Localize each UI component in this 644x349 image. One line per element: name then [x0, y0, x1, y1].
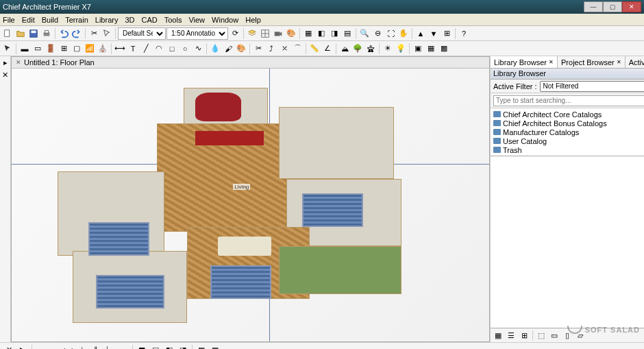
- terrain-icon[interactable]: ⛰: [338, 43, 351, 55]
- text-icon[interactable]: T: [127, 43, 139, 55]
- new-file-icon[interactable]: [1, 27, 14, 40]
- menu-help[interactable]: Help: [245, 16, 261, 24]
- door-icon[interactable]: 🚪: [45, 43, 57, 55]
- menu-terrain[interactable]: Terrain: [65, 16, 88, 24]
- bt-2-icon[interactable]: ▭: [49, 344, 61, 350]
- print-icon[interactable]: [40, 27, 53, 40]
- light-icon[interactable]: 💡: [395, 43, 407, 55]
- canvas-3d-view[interactable]: Living: [12, 69, 489, 341]
- eyedrop-icon[interactable]: 💧: [209, 43, 221, 55]
- tree-node[interactable]: Manufacturer Catalogs: [492, 128, 644, 136]
- pointer-icon[interactable]: [1, 43, 14, 55]
- bt-10-icon[interactable]: ◧: [163, 344, 175, 350]
- default-set-select[interactable]: Default Set: [118, 27, 166, 40]
- extra1-icon[interactable]: ▣: [412, 43, 424, 55]
- material-icon[interactable]: 🎨: [235, 43, 247, 55]
- layers-icon[interactable]: [246, 27, 258, 40]
- preview-front-icon[interactable]: ▭: [548, 329, 560, 341]
- menu-edit[interactable]: Edit: [22, 16, 35, 24]
- floor-down-icon[interactable]: ▼: [428, 27, 440, 40]
- tab-active-layer[interactable]: Active Layer Display Options: [626, 56, 644, 68]
- break-icon[interactable]: ⤫: [278, 43, 290, 55]
- zoom-out-icon[interactable]: ⊖: [371, 27, 384, 40]
- measure-icon[interactable]: 📏: [308, 43, 321, 55]
- preview-list-icon[interactable]: ☰: [505, 329, 517, 341]
- render-icon[interactable]: 🎨: [285, 27, 297, 40]
- bt-12-icon[interactable]: ▦: [195, 344, 208, 350]
- menu-3d[interactable]: 3D: [125, 16, 134, 24]
- paint-icon[interactable]: 🖌: [222, 43, 234, 55]
- zoom-fit-icon[interactable]: ⛶: [384, 27, 397, 40]
- tool-c-icon[interactable]: ◨: [328, 27, 340, 40]
- viewport[interactable]: ✕ Untitled 1: Floor Plan: [11, 56, 490, 342]
- tab-close-icon[interactable]: ✕: [549, 59, 554, 65]
- tab-close-icon[interactable]: ✕: [16, 59, 21, 66]
- bt-11-icon[interactable]: ◨: [177, 344, 189, 350]
- menu-tools[interactable]: Tools: [164, 16, 182, 24]
- menu-view[interactable]: View: [188, 16, 205, 24]
- tab-library-browser[interactable]: Library Browser✕: [491, 56, 558, 68]
- wall2-icon[interactable]: ▭: [32, 43, 44, 55]
- bt-3-icon[interactable]: ⟷: [62, 344, 75, 350]
- save-icon[interactable]: [27, 27, 40, 40]
- bt-1-icon[interactable]: ▬: [35, 344, 47, 350]
- cabinet-icon[interactable]: ▢: [71, 43, 83, 55]
- rail-select-icon[interactable]: ▸: [1, 57, 10, 68]
- cut-icon[interactable]: ✂: [88, 27, 100, 40]
- preview-toggle-icon[interactable]: ▦: [492, 329, 504, 341]
- extend-icon[interactable]: ⤴: [265, 43, 277, 55]
- fillet-icon[interactable]: ⌒: [291, 43, 304, 55]
- redo-icon[interactable]: [71, 27, 83, 40]
- extra3-icon[interactable]: ▩: [438, 43, 450, 55]
- filter-select[interactable]: Not Filtered: [540, 81, 644, 92]
- library-tree[interactable]: Chief Architect Core Catalogs Chief Arch…: [491, 108, 644, 156]
- undo-icon[interactable]: [58, 27, 70, 40]
- zoom-in-icon[interactable]: 🔍: [358, 27, 371, 40]
- menu-window[interactable]: Window: [212, 16, 238, 24]
- menu-library[interactable]: Library: [95, 16, 119, 24]
- annotations-select[interactable]: 1:50 Annotations: [166, 27, 228, 40]
- camera-icon[interactable]: [272, 27, 284, 40]
- roof-icon[interactable]: ⛪: [97, 43, 109, 55]
- bt-delete-icon[interactable]: ✕: [3, 344, 15, 350]
- preview-grid-icon[interactable]: ⊞: [518, 329, 530, 341]
- bt-9-icon[interactable]: ⬓: [149, 344, 162, 350]
- angle-icon[interactable]: ∠: [321, 43, 334, 55]
- trim-icon[interactable]: ✂: [252, 43, 264, 55]
- grid-icon[interactable]: [259, 27, 271, 40]
- bt-7-icon[interactable]: ⫠: [117, 344, 129, 350]
- bt-13-icon[interactable]: ▩: [209, 344, 221, 350]
- preview-3d-icon[interactable]: ⬚: [535, 329, 547, 341]
- spline-icon[interactable]: ∿: [192, 43, 204, 55]
- open-file-icon[interactable]: [14, 27, 27, 40]
- menu-cad[interactable]: CAD: [141, 16, 157, 24]
- help-icon[interactable]: ?: [458, 27, 470, 40]
- search-input[interactable]: [493, 95, 644, 106]
- tool-d-icon[interactable]: ▤: [341, 27, 354, 40]
- tree-node[interactable]: Trash: [492, 145, 644, 154]
- minimize-button[interactable]: —: [584, 1, 603, 12]
- document-tab[interactable]: ✕ Untitled 1: Floor Plan: [12, 57, 489, 69]
- tree-node[interactable]: Chief Architect Bonus Catalogs: [492, 119, 644, 128]
- bt-8-icon[interactable]: ⬒: [136, 344, 148, 350]
- tree-node[interactable]: User Catalog: [492, 136, 644, 145]
- bt-4-icon[interactable]: ⊥: [76, 344, 88, 350]
- extra2-icon[interactable]: ▦: [425, 43, 437, 55]
- tool-a-icon[interactable]: ▦: [302, 27, 314, 40]
- tool-b-icon[interactable]: ◧: [315, 27, 327, 40]
- menu-build[interactable]: Build: [42, 16, 58, 24]
- stair-icon[interactable]: 📶: [84, 43, 96, 55]
- maximize-button[interactable]: ▢: [603, 1, 622, 12]
- arc-icon[interactable]: ◠: [153, 43, 165, 55]
- rail-close-icon[interactable]: ✕: [1, 69, 10, 80]
- box-icon[interactable]: □: [166, 43, 178, 55]
- tree-node[interactable]: Chief Architect Core Catalogs: [492, 110, 644, 119]
- sun-icon[interactable]: ☀: [382, 43, 394, 55]
- circle-icon[interactable]: ○: [179, 43, 191, 55]
- bt-next-icon[interactable]: ▶: [16, 344, 29, 350]
- bt-5-icon[interactable]: ∥: [90, 344, 102, 350]
- window-icon[interactable]: ⊞: [58, 43, 70, 55]
- line-icon[interactable]: ╱: [140, 43, 152, 55]
- dimension-icon[interactable]: ⟷: [114, 43, 126, 55]
- refresh-icon[interactable]: ⟳: [229, 27, 241, 40]
